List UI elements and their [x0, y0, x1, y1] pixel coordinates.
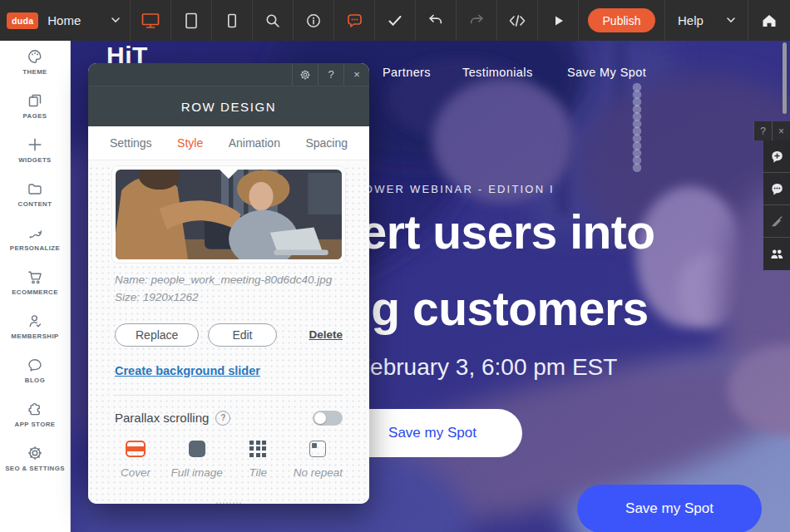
panel-titlebar[interactable]: ? ×: [88, 63, 369, 86]
preview-scrollbar-thumb[interactable]: [783, 42, 787, 114]
personalize-icon: [27, 224, 43, 241]
add-comment-button[interactable]: [763, 140, 790, 173]
folder-icon: [27, 180, 43, 197]
panel-settings-button[interactable]: [292, 63, 318, 86]
fit-option-full-image[interactable]: Full image: [170, 439, 222, 479]
edit-button[interactable]: Edit: [208, 323, 276, 347]
desktop-preview-button[interactable]: [131, 0, 171, 41]
mobile-icon: [223, 12, 241, 30]
background-image-card[interactable]: [111, 165, 346, 264]
collaboration-button[interactable]: [763, 238, 790, 270]
preview-button[interactable]: [538, 0, 579, 41]
help-label: Help: [678, 13, 704, 27]
sidebar-item-personalize[interactable]: PERSONALIZE: [0, 224, 70, 268]
plus-icon: [27, 136, 43, 153]
publish-cell: Publish: [579, 0, 665, 41]
sidebar-label: BLOG: [25, 377, 45, 384]
undo-icon: [427, 12, 445, 30]
background-image-thumbnail: [116, 170, 342, 259]
fit-label: Cover: [121, 466, 151, 479]
redo-icon: [467, 12, 486, 30]
sidebar-label: WIDGETS: [18, 156, 52, 164]
fit-option-no-repeat[interactable]: No repeat: [294, 439, 343, 479]
event-date: February 3, 6:00 pm EST: [356, 354, 617, 381]
sidebar-item-seo-settings[interactable]: SEO & SETTINGS: [0, 445, 70, 489]
sidebar-item-app-store[interactable]: APP STORE: [0, 401, 70, 445]
nav-link-partners[interactable]: Partners: [383, 66, 431, 79]
play-icon: [549, 12, 567, 30]
dashboard-home-button[interactable]: [748, 0, 790, 41]
delete-link[interactable]: Delete: [309, 328, 343, 341]
comment-icon: [345, 12, 364, 30]
edit-toolbar-close-button[interactable]: ×: [772, 121, 790, 140]
parallax-help-icon[interactable]: ?: [215, 411, 230, 426]
save-confirm-button[interactable]: [375, 0, 416, 41]
tab-settings[interactable]: Settings: [110, 136, 152, 150]
blog-bubble-icon: [27, 357, 43, 373]
feedback-button[interactable]: [334, 0, 375, 41]
tab-style[interactable]: Style: [177, 136, 203, 150]
nav-link-testimonials[interactable]: Testimonials: [462, 66, 533, 79]
sidebar-item-blog[interactable]: BLOG: [0, 357, 70, 401]
sidebar-label: THEME: [22, 68, 47, 76]
create-background-slider-link[interactable]: Create background slider: [115, 364, 260, 377]
save-spot-button-secondary[interactable]: Save my Spot: [577, 485, 762, 532]
sidebar-label: MEMBERSHIP: [11, 332, 58, 340]
duda-logo: duda: [7, 12, 38, 29]
gear-icon: [299, 69, 311, 81]
fit-option-cover[interactable]: Cover: [115, 439, 156, 479]
tab-animation[interactable]: Animation: [229, 136, 280, 150]
parallax-label: Parallax scrolling: [115, 411, 209, 425]
fit-label: No repeat: [294, 466, 343, 479]
sidebar-item-membership[interactable]: MEMBERSHIP: [0, 313, 70, 357]
tab-spacing[interactable]: Spacing: [305, 136, 348, 150]
member-icon: [27, 313, 43, 329]
no-repeat-icon: [309, 441, 326, 457]
image-name-label: Name: people_work_meeting-80d6dc40.jpg: [115, 272, 343, 289]
panel-help-button[interactable]: ?: [318, 63, 343, 86]
full-image-icon: [189, 441, 205, 457]
cover-icon: [126, 441, 146, 457]
info-button[interactable]: [294, 0, 334, 41]
parallax-toggle[interactable]: [313, 411, 343, 426]
palette-icon: [27, 48, 43, 65]
sidebar-item-content[interactable]: CONTENT: [0, 180, 70, 224]
help-menu[interactable]: Help: [665, 0, 748, 41]
desktop-icon: [141, 12, 160, 30]
edit-toolbar-help-button[interactable]: ?: [753, 121, 772, 140]
redo-button[interactable]: [457, 0, 497, 41]
save-spot-button-hero[interactable]: Save my Spot: [343, 409, 522, 457]
panel-resize-handle[interactable]: [216, 502, 241, 504]
thumbnail-notch: [220, 170, 238, 179]
meeting-photo: [116, 170, 342, 259]
sidebar-label: APP STORE: [15, 421, 56, 428]
sidebar-item-pages[interactable]: PAGES: [0, 92, 70, 136]
hero-eyebrow: POWER WEBINAR - EDITION I: [355, 183, 555, 195]
cart-icon: [27, 268, 43, 285]
undo-button[interactable]: [416, 0, 457, 41]
tablet-preview-button[interactable]: [171, 0, 212, 41]
mobile-preview-button[interactable]: [212, 0, 253, 41]
sidebar-item-theme[interactable]: THEME: [0, 48, 70, 92]
tile-icon: [249, 441, 266, 457]
comments-button[interactable]: [763, 173, 790, 205]
replace-button[interactable]: Replace: [115, 323, 199, 347]
dev-mode-button[interactable]: [497, 0, 538, 41]
sidebar-item-widgets[interactable]: WIDGETS: [0, 136, 70, 180]
toggle-knob: [314, 412, 326, 424]
fit-label: Tile: [249, 466, 267, 479]
publish-button[interactable]: Publish: [588, 8, 656, 32]
sidebar-item-ecommerce[interactable]: ECOMMERCE: [0, 268, 70, 313]
info-icon: [304, 12, 323, 30]
nav-link-save-my-spot[interactable]: Save My Spot: [567, 66, 646, 79]
parallax-row: Parallax scrolling ?: [115, 411, 343, 426]
editing-disabled-button[interactable]: [763, 205, 790, 238]
page-selector[interactable]: duda Home: [0, 0, 131, 41]
gear-icon: [27, 445, 43, 461]
fit-option-tile[interactable]: Tile: [237, 439, 279, 479]
add-comment-icon: [770, 150, 784, 163]
panel-close-button[interactable]: ×: [343, 63, 369, 86]
sidebar-label: SEO & SETTINGS: [5, 465, 65, 472]
chevron-down-icon: [727, 17, 735, 23]
search-button[interactable]: [253, 0, 294, 41]
